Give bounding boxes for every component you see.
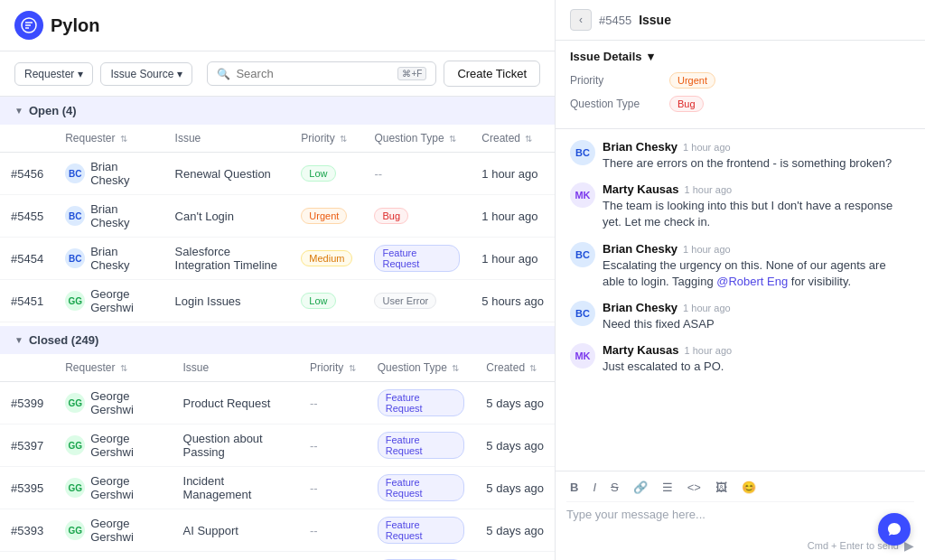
closed-section-header[interactable]: ▼ Closed (249) xyxy=(0,326,555,354)
requester-cell: GG George Gershwi xyxy=(54,467,172,509)
avatar: BC xyxy=(65,206,85,226)
message-author: Brian Chesky xyxy=(603,242,677,256)
message-avatar: BC xyxy=(570,301,595,326)
editor-footer: Cmd + Enter to send ▶ xyxy=(566,538,914,553)
table-row[interactable]: #5454 BC Brian Chesky Salesforce Integra… xyxy=(0,238,555,280)
col-question-type[interactable]: Question Type ⇅ xyxy=(363,125,471,153)
question-type-cell: -- xyxy=(363,153,471,195)
image-button[interactable]: 🖼 xyxy=(712,479,731,496)
priority-row: Priority Urgent xyxy=(570,72,911,89)
col-issue[interactable]: Issue xyxy=(173,354,300,382)
chevron-down-icon: ▾ xyxy=(177,68,182,80)
list-button[interactable]: ☰ xyxy=(659,479,677,496)
priority-cell: -- xyxy=(299,382,367,425)
message-time: 1 hour ago xyxy=(685,345,733,356)
question-type-badge: Feature Request xyxy=(374,245,460,272)
table-row[interactable]: #5397 GG George Gershwi Question about P… xyxy=(0,425,555,467)
col-created[interactable]: Created ⇅ xyxy=(475,354,555,382)
priority-cell: Medium xyxy=(290,238,363,280)
collapse-button[interactable]: ‹ xyxy=(570,9,592,31)
message-avatar: BC xyxy=(570,140,595,165)
requester-filter[interactable]: Requester ▾ xyxy=(14,62,93,86)
table-row[interactable]: #5456 BC Brian Chesky Renewal Question L… xyxy=(0,153,555,195)
emoji-button[interactable]: 😊 xyxy=(738,479,760,496)
issue-source-filter[interactable]: Issue Source ▾ xyxy=(100,62,192,86)
strikethrough-button[interactable]: S xyxy=(607,479,622,496)
create-ticket-button[interactable]: Create Ticket xyxy=(444,61,540,87)
question-type-cell: Feature Request xyxy=(367,382,476,425)
table-row[interactable]: #5399 GG George Gershwi Product Request … xyxy=(0,382,555,425)
avatar: GG xyxy=(65,478,85,498)
col-requester[interactable]: Requester ⇅ xyxy=(54,125,164,153)
priority-badge: Low xyxy=(301,165,335,182)
priority-badge: Low xyxy=(301,293,335,309)
message-content: Brian Chesky 1 hour ago There are errors… xyxy=(603,140,911,172)
question-type-badge: Feature Request xyxy=(378,389,465,416)
table-row[interactable]: #5455 BC Brian Chesky Can't Login Urgent… xyxy=(0,195,555,238)
open-section-header[interactable]: ▼ Open (4) xyxy=(0,97,555,125)
col-requester[interactable]: Requester ⇅ xyxy=(54,354,172,382)
code-button[interactable]: <> xyxy=(684,479,705,496)
message: BC Brian Chesky 1 hour ago There are err… xyxy=(570,140,911,172)
issue-details-title[interactable]: Issue Details ▾ xyxy=(570,50,911,63)
table-row[interactable]: #5395 GG George Gershwi Incident Managem… xyxy=(0,467,555,509)
search-box[interactable]: 🔍 ⌘+F xyxy=(207,61,436,86)
message-content: Marty Kausas 1 hour ago The team is look… xyxy=(603,182,911,230)
requester-name: George Gershwi xyxy=(90,389,161,416)
search-input[interactable] xyxy=(236,67,392,80)
message-header: Brian Chesky 1 hour ago xyxy=(603,140,911,154)
col-created[interactable]: Created ⇅ xyxy=(471,125,555,153)
chevron-down-icon: ▾ xyxy=(648,50,654,63)
logo-icon xyxy=(14,11,43,40)
message-header: Marty Kausas 1 hour ago xyxy=(603,343,911,357)
table-row[interactable]: #5451 GG George Gershwi Login Issues Low… xyxy=(0,280,555,322)
open-table-header-row: Requester ⇅ Issue Priority ⇅ Question Ty… xyxy=(0,125,555,153)
requester-cell: GG George Gershwi xyxy=(54,382,172,425)
col-issue[interactable]: Issue xyxy=(164,125,291,153)
message-text: The team is looking into this but I don'… xyxy=(603,198,911,230)
link-button[interactable]: 🔗 xyxy=(630,479,651,496)
issue-cell: Can't Login xyxy=(164,195,291,238)
requester-cell: GG George Gershwi xyxy=(54,425,172,467)
priority-cell: -- xyxy=(299,509,367,552)
avatar: BC xyxy=(65,248,85,268)
message-time: 1 hour ago xyxy=(683,303,731,313)
table-row[interactable]: #5393 GG George Gershwi AI Support -- Fe… xyxy=(0,509,555,552)
col-priority[interactable]: Priority ⇅ xyxy=(290,125,363,153)
question-type-badge: Feature Request xyxy=(378,432,465,459)
ticket-id: #5451 xyxy=(0,280,54,322)
message-input[interactable]: Type your message here... xyxy=(566,508,914,535)
chevron-icon: ▼ xyxy=(14,335,23,345)
table-row[interactable]: #5390 GG George Gershwi Need for Visibil… xyxy=(0,552,555,561)
ticket-id: #5454 xyxy=(0,238,54,280)
mention: @Robert Eng xyxy=(716,275,788,288)
message-author: Brian Chesky xyxy=(603,140,677,154)
col-priority[interactable]: Priority ⇅ xyxy=(299,354,367,382)
created-cell: 1 hour ago xyxy=(471,195,555,238)
priority-badge: Urgent xyxy=(669,72,715,89)
chat-fab-button[interactable] xyxy=(878,513,911,546)
message: MK Marty Kausas 1 hour ago Just escalate… xyxy=(570,343,911,375)
col-question-type[interactable]: Question Type ⇅ xyxy=(367,354,476,382)
priority-cell: -- xyxy=(299,425,367,467)
created-cell: 1 hour ago xyxy=(471,238,555,280)
message-content: Marty Kausas 1 hour ago Just escalated t… xyxy=(603,343,911,375)
message-header: Brian Chesky 1 hour ago xyxy=(603,301,911,314)
issue-cell: Salesforce Integration Timeline xyxy=(164,238,291,280)
issue-cell: Incident Management xyxy=(173,467,300,509)
editor-placeholder: Type your message here... xyxy=(566,508,705,521)
message-avatar: MK xyxy=(570,343,595,369)
requester-name: Brian Chesky xyxy=(90,160,153,187)
italic-button[interactable]: I xyxy=(589,479,600,496)
issue-cell: Product Request xyxy=(173,382,300,425)
bold-button[interactable]: B xyxy=(566,479,582,496)
question-type-cell: Feature Request xyxy=(367,425,476,467)
message-author: Marty Kausas xyxy=(603,182,679,196)
requester-cell: BC Brian Chesky xyxy=(54,238,164,280)
message-content: Brian Chesky 1 hour ago Escalating the u… xyxy=(603,242,911,290)
ticket-id: #5399 xyxy=(0,382,54,425)
search-icon: 🔍 xyxy=(217,68,230,80)
created-cell: 5 hours ago xyxy=(471,280,555,322)
toolbar: Requester ▾ Issue Source ▾ 🔍 ⌘+F Create … xyxy=(0,51,555,97)
question-type-cell: Feature Request xyxy=(363,238,471,280)
